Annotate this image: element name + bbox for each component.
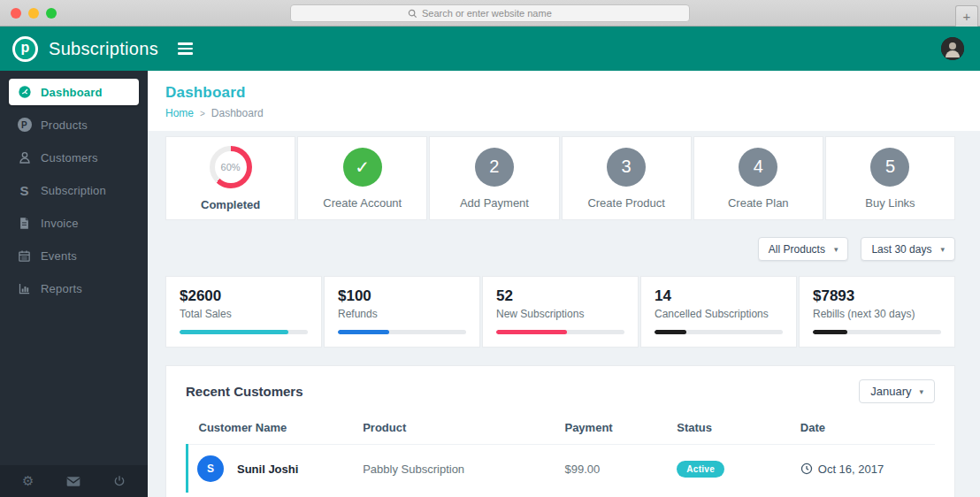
user-avatar[interactable] [941,37,964,60]
address-bar[interactable] [290,4,690,22]
customers-table: Customer Name Product Payment Status Dat… [186,417,935,493]
dashboard-gauge-icon [17,85,32,100]
new-tab-button[interactable]: + [955,5,978,27]
progress-bar [655,330,783,334]
sidebar-nav: Dashboard P Products Customers S Subscri… [0,71,148,308]
zoom-window-button[interactable] [46,8,57,19]
stat-value: $7893 [813,287,941,305]
stat-label: Total Sales [180,308,308,320]
customer-date: Oct 16, 2017 [818,463,884,476]
products-icon: P [17,118,32,133]
browser-chrome: + [0,0,980,27]
sidebar-item-events[interactable]: Events [9,242,139,269]
step-completed-card: 60% Completed [165,136,295,220]
month-select[interactable]: January ▾ [859,379,935,403]
step-number: 2 [475,148,514,187]
progress-bar [496,330,624,334]
column-product: Product [363,417,564,445]
customer-avatar: S [197,455,224,482]
step-buy-links-card[interactable]: 5 Buy Links [825,136,955,220]
subscription-icon: S [17,183,32,198]
sidebar-item-reports[interactable]: Reports [9,275,139,302]
sidebar-item-invoice[interactable]: Invoice [9,210,139,236]
app-header: p Subscriptions [0,27,980,71]
power-icon[interactable] [104,475,134,487]
step-number: 5 [870,148,909,187]
breadcrumb-separator: > [200,109,205,119]
browser-window: + p Subscriptions Dashboard [0,0,980,497]
customers-person-icon [17,150,32,165]
step-create-plan-card[interactable]: 4 Create Plan [693,136,823,220]
stat-value: 14 [655,287,783,305]
close-window-button[interactable] [11,8,21,19]
page-header: Dashboard Home > Dashboard [148,71,980,131]
stat-cancelled-subscriptions: 14 Cancelled Subscriptions [640,276,797,348]
minimize-window-button[interactable] [28,8,39,19]
chevron-down-icon: ▾ [919,387,923,396]
stat-total-sales: $2600 Total Sales [165,276,322,348]
step-label: Buy Links [865,196,915,210]
step-add-payment-card[interactable]: 2 Add Payment [429,136,559,220]
settings-gear-icon[interactable]: ⚙ [13,473,43,489]
progress-bar [180,330,308,334]
sidebar-item-label: Events [41,249,77,263]
step-create-product-card[interactable]: 3 Create Product [562,136,692,220]
column-status: Status [677,417,800,445]
step-number: 3 [607,148,646,187]
breadcrumb-home-link[interactable]: Home [165,107,194,119]
column-customer-name: Customer Name [188,417,364,445]
column-payment: Payment [564,417,677,445]
progress-percent: 60% [215,151,247,183]
stat-label: Cancelled Subscriptions [655,308,783,320]
sidebar-item-label: Reports [41,282,82,295]
check-icon: ✓ [343,148,382,187]
stat-value: $2600 [180,287,308,305]
progress-ring: 60% [210,146,252,188]
sidebar-item-subscription[interactable]: S Subscription [9,177,139,203]
onboarding-steps: 60% Completed ✓ Create Account 2 Add Pay… [165,136,955,220]
stat-value: 52 [496,287,624,305]
sidebar-item-products[interactable]: P Products [9,111,139,138]
step-label: Create Product [587,196,664,210]
breadcrumb: Home > Dashboard [165,107,980,119]
step-label: Create Plan [728,196,789,210]
step-number: 4 [739,148,777,187]
customer-payment: $99.00 [564,445,677,493]
sidebar-item-dashboard[interactable]: Dashboard [9,79,139,105]
step-label: Create Account [323,196,402,210]
invoice-document-icon [17,216,32,231]
month-value: January [870,385,911,398]
sidebar-item-label: Products [41,119,88,132]
search-input[interactable] [422,8,572,19]
customer-name: Sunil Joshi [237,463,298,476]
mail-icon[interactable] [58,476,88,487]
product-filter-select[interactable]: All Products ▾ [758,237,849,261]
avatar-image [941,37,964,60]
main-panel: Dashboard Home > Dashboard 60% Completed… [148,71,980,497]
recent-customers-card: Recent Customers January ▾ Customer Name… [165,365,955,497]
chevron-down-icon: ▾ [834,245,838,254]
sidebar-footer: ⚙ [0,465,148,497]
reports-chart-icon [17,281,32,296]
stat-value: $100 [338,287,466,305]
sidebar-item-label: Customers [41,151,98,164]
table-header-row: Customer Name Product Payment Status Dat… [188,417,936,445]
stat-label: Rebills (next 30 days) [813,308,941,320]
date-range-select[interactable]: Last 30 days ▾ [861,237,955,261]
menu-toggle-icon[interactable] [178,42,193,55]
table-row[interactable]: S Sunil Joshi Pabbly Subscription $99.00… [188,445,936,493]
chevron-down-icon: ▾ [940,245,945,254]
pabbly-logo: p [12,36,38,62]
stat-label: Refunds [338,308,466,320]
sidebar: Dashboard P Products Customers S Subscri… [0,71,148,497]
page-title: Dashboard [165,84,980,102]
customer-product: Pabbly Subscription [363,445,564,493]
sidebar-item-customers[interactable]: Customers [9,144,139,171]
step-create-account-card[interactable]: ✓ Create Account [297,136,427,220]
brand-title: Subscriptions [49,39,158,59]
dashboard-content: 60% Completed ✓ Create Account 2 Add Pay… [148,131,980,497]
stat-label: New Subscriptions [496,308,624,320]
stat-new-subscriptions: 52 New Subscriptions [482,276,639,348]
column-date: Date [800,417,935,445]
clock-icon [800,463,813,475]
